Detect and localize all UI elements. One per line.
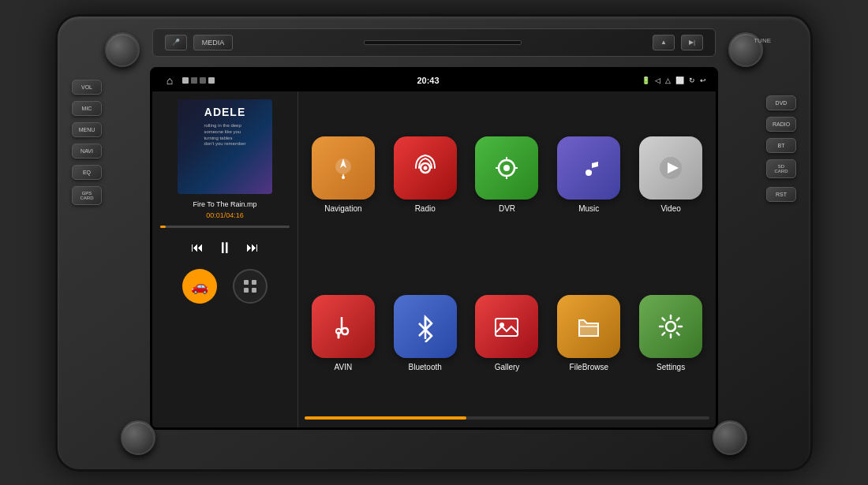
video-label: Video <box>660 204 680 213</box>
gallery-label: Gallery <box>495 363 520 371</box>
vol-button[interactable]: VOL <box>72 80 102 95</box>
status-left: ⌂ <box>162 73 215 88</box>
mic-icon[interactable]: 🎤 <box>165 35 187 50</box>
next-button[interactable]: ⏭ <box>246 241 259 255</box>
notif-dot-4 <box>208 77 215 84</box>
playback-controls: ⏮ ⏸ ⏭ <box>191 236 259 259</box>
progress-fill <box>160 226 166 228</box>
radio-icon <box>394 136 457 200</box>
top-bar: 🎤 MEDIA ▲ ▶| <box>152 28 716 57</box>
svg-point-8 <box>423 166 427 170</box>
app-row-1: Navigation <box>305 98 709 252</box>
eq-button[interactable]: EQ <box>72 165 102 180</box>
triangle-icon: △ <box>665 76 671 84</box>
bt-button[interactable]: BT <box>766 138 796 153</box>
screen-content: ADELE rolling in the deepsomeone like yo… <box>152 91 716 427</box>
svg-point-10 <box>503 165 510 171</box>
app-avin[interactable]: AVIN <box>305 256 382 410</box>
avin-icon <box>312 295 375 358</box>
settings-icon <box>639 295 702 358</box>
eject-button[interactable]: ▲ <box>653 35 675 50</box>
app-gallery[interactable]: Gallery <box>469 256 546 410</box>
bottom-icons: 🚗 <box>182 269 268 304</box>
app-settings[interactable]: Settings <box>632 256 709 410</box>
status-time: 20:43 <box>417 76 439 85</box>
back-icon: ↩ <box>700 76 706 84</box>
app-navigation[interactable]: Navigation <box>305 98 382 252</box>
grid-button[interactable] <box>233 269 268 304</box>
radio-button[interactable]: RADIO <box>766 117 796 132</box>
bottom-right-knob[interactable] <box>713 420 747 455</box>
pause-button[interactable]: ⏸ <box>213 236 237 259</box>
gallery-icon <box>475 295 538 358</box>
notif-dot-3 <box>200 77 206 84</box>
svg-rect-3 <box>252 288 256 293</box>
song-time: 00:01/04:16 <box>206 211 244 219</box>
video-icon <box>639 136 702 200</box>
progress-bar[interactable] <box>160 226 290 228</box>
left-buttons: VOL MIC MENU NAVI EQ GPSCARD <box>72 80 102 205</box>
gps-button[interactable]: GPSCARD <box>72 186 102 205</box>
album-subtitle: rolling in the deepsomeone like youturni… <box>204 123 245 147</box>
screen-icon: ⬜ <box>675 76 684 84</box>
media-label[interactable]: MEDIA <box>193 35 233 50</box>
status-bar: ⌂ 20:43 🔋 ◁ △ ⬜ ↻ ↩ <box>152 69 716 91</box>
settings-label: Settings <box>657 363 685 371</box>
left-knob[interactable] <box>105 32 140 67</box>
sd-button[interactable]: SDCARD <box>766 159 796 178</box>
dvr-icon <box>475 136 538 200</box>
app-row-2: AVIN Bluetooth <box>305 256 709 410</box>
navigation-label: Navigation <box>324 204 361 213</box>
svg-rect-15 <box>496 319 518 336</box>
rotate-icon: ↻ <box>689 76 695 84</box>
album-artist: ADELE <box>204 106 245 118</box>
avin-label: AVIN <box>335 363 353 371</box>
app-radio[interactable]: Radio <box>387 98 464 252</box>
app-bluetooth[interactable]: Bluetooth <box>387 256 464 410</box>
song-title: Fire To The Rain.mp <box>193 200 256 208</box>
album-art: ADELE rolling in the deepsomeone like yo… <box>178 99 272 194</box>
svg-point-17 <box>666 322 675 331</box>
head-unit: 🎤 MEDIA ▲ ▶| VOL MIC MENU NAVI EQ GPSCAR… <box>55 14 813 472</box>
mic-button[interactable]: MIC <box>72 101 102 116</box>
app-music[interactable]: Music <box>550 98 627 252</box>
app-video[interactable]: Video <box>632 98 709 252</box>
bluetooth-label: Bluetooth <box>409 363 442 371</box>
music-icon <box>557 136 620 200</box>
dvd-button[interactable]: DVD <box>766 95 796 110</box>
svg-rect-1 <box>252 280 256 285</box>
app-filebrowser[interactable]: FileBrowse <box>550 256 627 410</box>
battery-status: 🔋 <box>642 76 650 84</box>
svg-point-13 <box>336 329 341 334</box>
music-label: Music <box>578 204 599 213</box>
rst-button[interactable]: RST <box>766 187 796 202</box>
navigation-icon <box>312 136 375 200</box>
notif-dot-2 <box>191 77 197 84</box>
dvr-label: DVR <box>499 204 515 213</box>
filebrowser-icon <box>557 295 620 358</box>
status-right: 🔋 ◁ △ ⬜ ↻ ↩ <box>642 76 706 84</box>
volume-icon: ◁ <box>655 76 660 84</box>
bottom-left-knob[interactable] <box>121 420 155 455</box>
radio-label: Radio <box>415 204 436 213</box>
main-screen: ⌂ 20:43 🔋 ◁ △ ⬜ ↻ ↩ <box>150 67 718 430</box>
svg-rect-0 <box>244 280 249 285</box>
menu-button[interactable]: MENU <box>72 122 102 137</box>
prev-button[interactable]: ⏮ <box>191 241 204 255</box>
home-button[interactable]: ⌂ <box>162 73 178 88</box>
notif-dot-1 <box>182 77 189 84</box>
filebrowser-label: FileBrowse <box>570 363 608 371</box>
tune-label: TUNE <box>754 37 771 44</box>
music-player: ADELE rolling in the deepsomeone like yo… <box>152 91 298 427</box>
app-grid: Navigation <box>298 91 716 427</box>
car-button[interactable]: 🚗 <box>182 269 217 304</box>
right-buttons: DVD RADIO BT SDCARD RST <box>766 95 796 178</box>
navi-button[interactable]: NAVI <box>72 144 102 159</box>
screen-progress <box>305 416 466 420</box>
app-dvr[interactable]: DVR <box>469 98 546 252</box>
bluetooth-icon <box>394 295 457 358</box>
next-button[interactable]: ▶| <box>681 35 703 50</box>
svg-rect-2 <box>244 288 249 293</box>
